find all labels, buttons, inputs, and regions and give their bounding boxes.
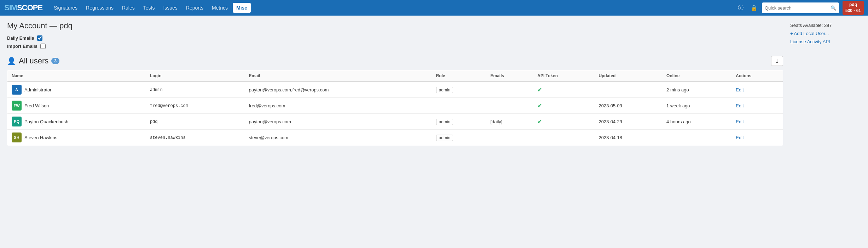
table-row: PQ Payton Quackenbush pdqpayton@verops.c… [7,114,783,130]
cell-name: SH Steven Hawkins [7,130,146,146]
license-activity-link[interactable]: License Activity API [790,39,861,44]
search-input[interactable] [765,5,828,11]
nav-issues[interactable]: Issues [160,3,181,13]
cell-actions[interactable]: Edit [731,114,783,130]
users-table: Name Login Email Role Emails API Token U… [7,70,783,146]
cell-actions[interactable]: Edit [731,98,783,114]
users-count-badge: 3 [51,58,59,64]
nav-signatures[interactable]: Signatures [50,3,81,13]
help-icon[interactable]: ⓘ [735,3,746,13]
user-group-icon: 👤 [7,57,16,65]
cell-login: pdq [146,114,245,130]
cell-emails [486,130,533,146]
daily-emails-label: Daily Emails [7,35,34,41]
cell-online: 2 mins ago [662,81,731,98]
daily-emails-row: Daily Emails [7,35,783,41]
add-local-user-link[interactable]: + Add Local User... [790,31,861,36]
brand-logo: SIMSCOPE [4,3,42,12]
cell-login: fred@verops.com [146,98,245,114]
login-value: steven.hawkins [150,135,186,140]
cell-emails [486,98,533,114]
edit-link[interactable]: Edit [736,103,743,108]
cell-emails: [daily] [486,114,533,130]
cell-name: FW Fred Wilson [7,98,146,114]
role-badge: admin [436,87,453,93]
user-badge-name: pdq [845,2,861,8]
table-header-row: Name Login Email Role Emails API Token U… [7,71,783,82]
brand-sim: SIM [4,3,17,12]
user-name: Payton Quackenbush [24,119,68,124]
cell-actions[interactable]: Edit [731,130,783,146]
avatar: SH [12,133,22,142]
cell-email: payton@verops.com [244,114,432,130]
avatar: PQ [12,117,22,126]
cell-role: admin [432,114,486,130]
login-value: admin [150,88,163,92]
cell-online [662,130,731,146]
edit-link[interactable]: Edit [736,119,743,124]
col-api-token: API Token [533,71,594,82]
nav-reports[interactable]: Reports [183,3,207,13]
user-badge[interactable]: pdq 530 - 61 [843,1,864,15]
name-cell: FW Fred Wilson [12,101,141,111]
col-online: Online [662,71,731,82]
name-cell: SH Steven Hawkins [12,133,141,142]
edit-link[interactable]: Edit [736,135,743,140]
search-box: 🔍 [762,2,839,13]
prefs-section: Daily Emails Import Emails [7,35,783,49]
col-email: Email [244,71,432,82]
nav-metrics[interactable]: Metrics [208,3,231,13]
role-badge: admin [436,135,453,141]
cell-updated: 2023-04-29 [594,114,662,130]
edit-link[interactable]: Edit [736,87,743,92]
col-actions: Actions [731,71,783,82]
api-token-check: ✔ [537,103,542,109]
download-button[interactable]: ⤓ [771,56,783,66]
avatar: A [12,85,22,95]
cell-login: admin [146,81,245,98]
lock-icon[interactable]: 🔒 [748,3,760,13]
col-name: Name [7,71,146,82]
cell-updated [594,81,662,98]
api-token-check: ✔ [537,87,542,93]
table-row: SH Steven Hawkins steven.hawkinssteve@ve… [7,130,783,146]
cell-login: steven.hawkins [146,130,245,146]
cell-email: fred@verops.com [244,98,432,114]
col-role: Role [432,71,486,82]
login-value: pdq [150,119,158,124]
login-value: fred@verops.com [150,103,188,108]
api-token-check: ✔ [537,119,542,125]
users-title-text: All users [19,56,48,66]
content-area: My Account — pdq Daily Emails Import Ema… [7,21,783,242]
cell-role [432,98,486,114]
cell-api-token: ✔ [533,81,594,98]
user-name: Fred Wilson [24,103,49,108]
daily-emails-checkbox[interactable] [37,35,42,41]
search-icon: 🔍 [831,5,836,11]
nav-rules[interactable]: Rules [118,3,138,13]
cell-api-token: ✔ [533,114,594,130]
user-name: Steven Hawkins [24,135,57,140]
cell-role: admin [432,130,486,146]
cell-email: steve@verops.com [244,130,432,146]
role-badge: admin [436,119,453,125]
cell-name: PQ Payton Quackenbush [7,114,146,130]
col-updated: Updated [594,71,662,82]
nav-tests[interactable]: Tests [140,3,158,13]
cell-emails [486,81,533,98]
cell-api-token [533,130,594,146]
cell-actions[interactable]: Edit [731,81,783,98]
cell-online: 1 week ago [662,98,731,114]
cell-role: admin [432,81,486,98]
cell-updated: 2023-05-09 [594,98,662,114]
cell-api-token: ✔ [533,98,594,114]
name-cell: PQ Payton Quackenbush [12,117,141,126]
nav-misc[interactable]: Misc [233,3,251,13]
import-emails-row: Import Emails [7,44,783,49]
col-login: Login [146,71,245,82]
import-emails-checkbox[interactable] [40,44,46,49]
user-badge-info: 530 - 61 [845,8,861,14]
nav-regressions[interactable]: Regressions [82,3,117,13]
import-emails-label: Import Emails [7,44,37,49]
main-content: My Account — pdq Daily Emails Import Ema… [0,16,868,248]
